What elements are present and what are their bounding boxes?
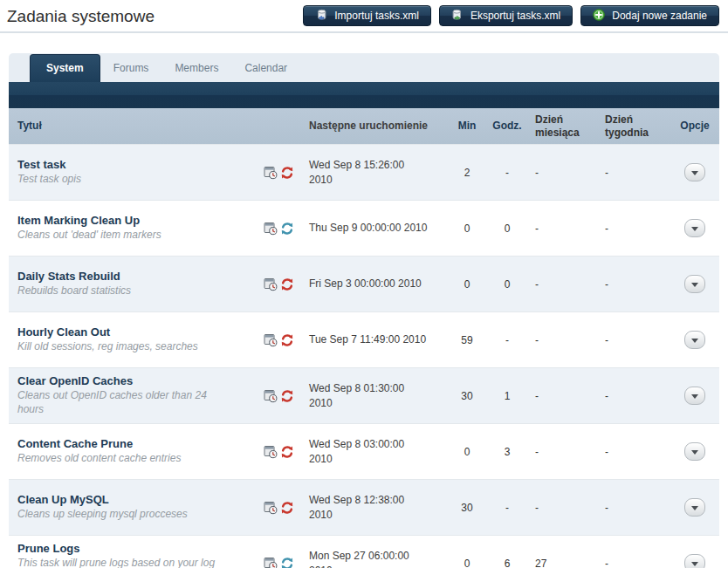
add-task-button[interactable]: Dodaj nowe zadanie [580, 5, 719, 26]
task-options-button[interactable] [684, 554, 705, 568]
task-options-cell [670, 442, 719, 461]
tab-system[interactable]: System [30, 54, 100, 82]
toggle-task-icon[interactable] [280, 166, 294, 180]
database-import-icon [315, 9, 327, 24]
task-hours: 3 [484, 446, 531, 458]
task-next-run: Wed Sep 8 03:00:00 2010 [309, 437, 450, 465]
task-day-of-week: - [601, 446, 670, 458]
column-header-day-of-month: Dzień miesiąca [531, 113, 601, 140]
import-tasks-button[interactable]: Importuj tasks.xml [303, 5, 431, 26]
task-day-of-week: - [601, 558, 670, 568]
task-title: Clear OpenID Caches [17, 374, 240, 387]
task-day-of-month: - [531, 278, 601, 291]
task-day-of-month: - [531, 222, 601, 235]
task-title-cell: Content Cache Prune Removes old content … [9, 437, 264, 466]
page-title: Zadania systemowe [7, 7, 155, 26]
run-task-now-icon[interactable] [264, 445, 278, 459]
column-header-title: Tytuł [9, 120, 264, 133]
task-description: Cleans up sleeping mysql procceses [17, 506, 236, 522]
task-options-button[interactable] [684, 219, 705, 237]
column-header-min: Min [450, 120, 484, 133]
toggle-task-icon[interactable] [280, 445, 294, 459]
task-options-button[interactable] [684, 275, 705, 293]
run-task-now-icon[interactable] [264, 277, 278, 291]
toggle-task-icon[interactable] [280, 389, 294, 403]
export-tasks-button[interactable]: Eksportuj tasks.xml [439, 5, 573, 26]
run-task-now-icon[interactable] [264, 557, 278, 568]
task-options-cell [670, 498, 719, 517]
chevron-down-icon [691, 394, 698, 399]
table-row: Clean Up MySQL Cleans up sleeping mysql … [9, 479, 719, 535]
toggle-task-icon[interactable] [280, 501, 294, 515]
task-min: 0 [450, 446, 484, 458]
task-description: Cleans out OpenID caches older than 24 h… [17, 387, 236, 416]
run-task-now-icon[interactable] [264, 333, 278, 347]
task-description: Kill old sessions, reg images, searches [17, 339, 236, 354]
task-next-run: Fri Sep 3 00:00:00 2010 [309, 277, 450, 291]
task-hours: - [484, 167, 531, 179]
run-task-now-icon[interactable] [264, 389, 278, 403]
task-next-run: Thu Sep 9 00:00:00 2010 [309, 221, 450, 235]
task-min: 0 [450, 278, 484, 291]
tab-members[interactable]: Members [161, 55, 231, 82]
task-day-of-month: 27 [531, 558, 601, 568]
run-task-now-icon[interactable] [264, 501, 278, 515]
chevron-down-icon [691, 283, 698, 287]
table-row: Content Cache Prune Removes old content … [9, 423, 719, 479]
task-options-button[interactable] [684, 331, 705, 349]
task-hours: 0 [484, 222, 531, 235]
task-title: Prune Logs [17, 542, 240, 555]
task-title: Item Marking Clean Up [17, 214, 240, 227]
toggle-task-icon[interactable] [280, 277, 294, 291]
chevron-down-icon [691, 339, 698, 343]
task-description: Cleans out 'dead' item markers [17, 227, 236, 243]
column-header-options: Opcje [670, 120, 719, 133]
task-action-icons [264, 333, 309, 347]
toolbar: Importuj tasks.xml Eksportuj tasks.xml [303, 5, 719, 26]
task-min: 30 [450, 502, 484, 514]
task-action-icons [264, 277, 309, 291]
task-options-button[interactable] [684, 387, 705, 405]
task-title-cell: Clear OpenID Caches Cleans out OpenID ca… [9, 374, 264, 416]
task-hours: - [484, 334, 531, 346]
tab-strip: System Forums Members Calendar [9, 53, 719, 82]
task-action-icons [264, 222, 309, 236]
task-hours: 1 [484, 390, 531, 402]
table-row: Hourly Clean Out Kill old sessions, reg … [9, 311, 719, 367]
task-action-icons [264, 501, 309, 515]
task-day-of-month: - [531, 334, 601, 346]
column-header-day-of-week: Dzień tygodnia [601, 113, 670, 140]
task-options-button[interactable] [684, 163, 705, 181]
task-options-button[interactable] [684, 442, 705, 461]
chevron-down-icon [691, 171, 698, 175]
task-day-of-month: - [531, 502, 601, 514]
task-title-cell: Item Marking Clean Up Cleans out 'dead' … [9, 214, 264, 243]
task-min: 0 [450, 558, 484, 568]
toggle-task-icon[interactable] [280, 557, 294, 568]
task-next-run: Wed Sep 8 12:38:00 2010 [309, 493, 450, 521]
task-action-icons [264, 389, 309, 403]
toggle-task-icon[interactable] [280, 222, 294, 236]
page-header: Zadania systemowe Importuj tasks.xml [0, 0, 728, 33]
run-task-now-icon[interactable] [264, 166, 278, 180]
table-row: Clear OpenID Caches Cleans out OpenID ca… [9, 367, 719, 423]
task-title: Content Cache Prune [17, 437, 240, 450]
task-hours: - [484, 502, 531, 514]
task-options-cell [670, 554, 719, 568]
tab-forums[interactable]: Forums [100, 55, 162, 82]
run-task-now-icon[interactable] [264, 222, 278, 236]
task-description: Removes old content cache entries [17, 450, 236, 466]
toggle-task-icon[interactable] [280, 333, 294, 347]
task-description: Rebuilds board statistics [17, 283, 236, 298]
task-day-of-week: - [601, 222, 670, 235]
add-task-label: Dodaj nowe zadanie [612, 10, 707, 22]
column-header-hours: Godz. [484, 120, 531, 133]
tab-calendar[interactable]: Calendar [231, 55, 300, 82]
task-hours: 0 [484, 278, 531, 291]
task-options-button[interactable] [684, 498, 705, 517]
task-day-of-week: - [601, 390, 670, 402]
task-options-cell [670, 331, 719, 349]
task-hours: 6 [484, 558, 531, 568]
task-day-of-week: - [601, 334, 670, 346]
task-day-of-month: - [531, 167, 601, 179]
